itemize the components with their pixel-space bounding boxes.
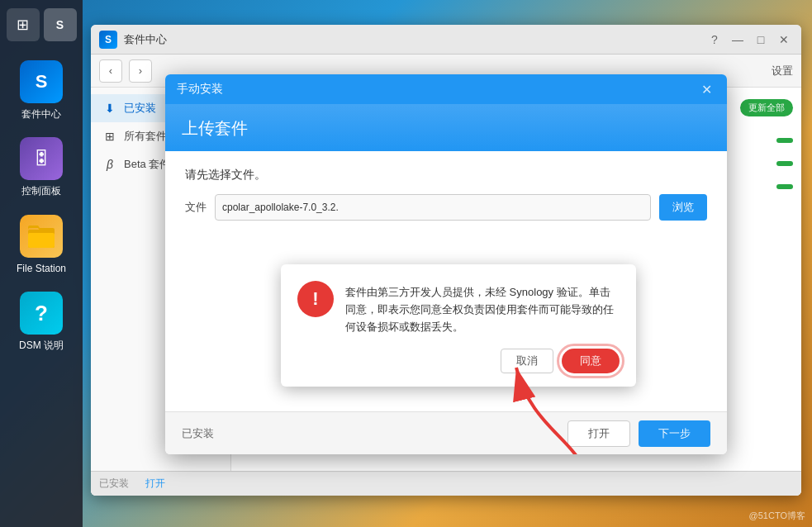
dialog-header-title: 上传套件	[182, 117, 710, 140]
dialog-body: 请先选择文件。 文件 cpolar_apollolake-7.0_3.2. 浏览	[165, 151, 727, 250]
suite-center-label: 套件中心	[21, 108, 61, 120]
minimize-button[interactable]: —	[729, 31, 747, 49]
taskbar: ⊞ S S 套件中心 🎛 控制面板	[0, 0, 83, 527]
control-panel-icon: 🎛	[20, 137, 63, 180]
watermark: @51CTO博客	[749, 510, 805, 522]
dialog-titlebar: 手动安装 ✕	[165, 74, 727, 104]
manual-install-dialog: 手动安装 ✕ 上传套件 请先选择文件。 文件 cpolar_apollolake…	[165, 74, 727, 454]
update-badge-2[interactable]	[776, 161, 793, 166]
installed-icon: ⬇	[102, 101, 117, 116]
beta-label: Beta 套件	[124, 157, 170, 172]
back-button[interactable]: ‹	[99, 59, 122, 83]
window-bottom: 已安装 打开	[91, 471, 801, 496]
taskbar-top-buttons: ⊞ S	[7, 8, 77, 41]
dialog-instruction: 请先选择文件。	[185, 168, 707, 183]
file-station-label: File Station	[17, 263, 66, 274]
grid-button[interactable]: ⊞	[7, 8, 40, 41]
dialog-header: 上传套件	[165, 104, 727, 151]
warning-icon: !	[297, 281, 334, 317]
beta-icon: β	[102, 157, 117, 172]
all-label: 所有套件	[124, 129, 167, 144]
update-badge-1[interactable]	[776, 138, 793, 143]
file-input[interactable]: cpolar_apollolake-7.0_3.2.	[215, 194, 651, 221]
cancel-button[interactable]: 取消	[501, 349, 553, 373]
agree-button[interactable]: 同意	[562, 349, 620, 373]
dsm-help-label: DSM 说明	[19, 339, 64, 351]
warning-popup: ! 套件由第三方开发人员提供，未经 Synology 验证。单击同意，即表示您同…	[281, 264, 636, 387]
next-button[interactable]: 下一步	[639, 420, 710, 447]
file-row: 文件 cpolar_apollolake-7.0_3.2. 浏览	[185, 194, 707, 221]
app-icon-control-panel[interactable]: 🎛 控制面板	[10, 131, 73, 203]
all-icon: ⊞	[102, 129, 117, 144]
control-panel-label: 控制面板	[21, 185, 61, 197]
app-icon-suite-center[interactable]: S 套件中心	[10, 54, 73, 126]
desktop: ⊞ S S 套件中心 🎛 控制面板	[0, 0, 812, 527]
file-label: 文件	[185, 200, 207, 215]
forward-button[interactable]: ›	[129, 59, 152, 83]
footer-open-button[interactable]: 打开	[567, 420, 630, 447]
dialog-footer: 已安装 打开 下一步	[165, 411, 727, 454]
maximize-button[interactable]: □	[752, 31, 770, 49]
footer-installed-label: 已安装	[182, 426, 214, 441]
suite-center-icon: S	[20, 60, 63, 103]
help-button[interactable]: ?	[705, 31, 724, 49]
update-all-button[interactable]: 更新全部	[740, 99, 793, 116]
dialog-close-button[interactable]: ✕	[697, 80, 715, 98]
dsm-help-icon: ?	[20, 292, 63, 335]
warning-text: 套件由第三方开发人员提供，未经 Synology 验证。单击同意，即表示您同意全…	[345, 281, 620, 335]
outer-status: 已安装 打开	[99, 477, 165, 491]
update-badge-3[interactable]	[776, 184, 793, 189]
bottom-open-button[interactable]: 打开	[145, 477, 165, 491]
file-station-icon	[20, 215, 63, 258]
svg-rect-1	[28, 233, 55, 248]
warning-content: ! 套件由第三方开发人员提供，未经 Synology 验证。单击同意，即表示您同…	[297, 281, 620, 335]
file-value: cpolar_apollolake-7.0_3.2.	[222, 202, 339, 213]
footer-buttons: 打开 下一步	[567, 420, 710, 447]
dialog-title: 手动安装	[177, 82, 697, 97]
main-window: S 套件中心 ? — □ ✕ ‹ › 设置 ⬇ 已安装	[91, 25, 801, 496]
settings-button[interactable]: 设置	[772, 64, 793, 78]
close-button[interactable]: ✕	[775, 31, 793, 49]
bottom-installed-label: 已安装	[99, 477, 129, 491]
window-logo: S	[99, 31, 117, 49]
installed-label: 已安装	[124, 101, 156, 116]
exclamation-icon: !	[312, 288, 318, 310]
warning-buttons: 取消 同意	[297, 349, 620, 373]
window-titlebar: S 套件中心 ? — □ ✕	[91, 25, 801, 55]
titlebar-controls: ? — □ ✕	[705, 31, 793, 49]
browse-button[interactable]: 浏览	[659, 194, 707, 221]
app-icon-file-station[interactable]: File Station	[10, 208, 73, 281]
suite-tab-button[interactable]: S	[44, 8, 77, 41]
window-title: 套件中心	[124, 32, 699, 47]
app-icon-dsm-help[interactable]: ? DSM 说明	[10, 285, 73, 358]
